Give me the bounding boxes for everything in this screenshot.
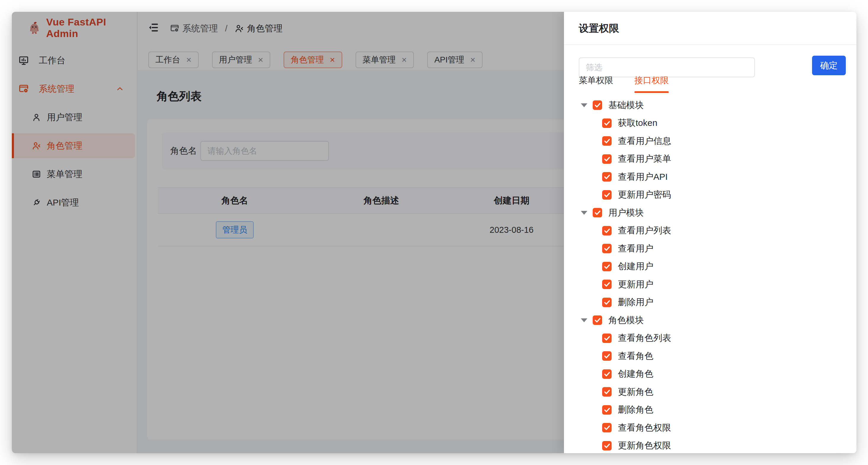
- tree-node-label[interactable]: 查看用户列表: [618, 222, 671, 240]
- checkbox-checked[interactable]: [602, 298, 612, 307]
- tree-node-group: 用户模块: [579, 204, 850, 222]
- checkbox-checked[interactable]: [602, 244, 612, 253]
- tree-node-label[interactable]: 获取token: [618, 114, 657, 133]
- tree-node-leaf: 删除用户: [579, 293, 850, 312]
- tree-node-leaf: 查看角色列表: [579, 329, 850, 347]
- tree-node-label[interactable]: 用户模块: [608, 204, 644, 222]
- screen: Vue FastAPI Admin 工作台 系统管理 用户管理: [0, 0, 868, 465]
- checkbox-checked[interactable]: [602, 136, 612, 146]
- permission-tabs: 菜单权限 接口权限: [579, 75, 669, 91]
- tree-node-leaf: 查看用户菜单: [579, 150, 850, 168]
- tree-node-group: 基础模块: [579, 96, 850, 114]
- tree-node-label[interactable]: 查看用户API: [618, 168, 668, 186]
- checkbox-checked[interactable]: [602, 154, 612, 164]
- drawer-title: 设置权限: [579, 12, 619, 45]
- checkbox-checked[interactable]: [593, 100, 602, 110]
- drawer-overlay-mask[interactable]: [12, 12, 564, 453]
- tree-node-leaf: 查看用户API: [579, 168, 850, 186]
- tree-node-leaf: 更新用户密码: [579, 186, 850, 204]
- permission-tree: 基础模块 获取token 查看用户信息 查看用户菜单 查看用户API: [579, 96, 850, 453]
- permission-filter-input[interactable]: [579, 57, 755, 77]
- tree-node-leaf: 获取token: [579, 114, 850, 133]
- checkbox-checked[interactable]: [602, 190, 612, 200]
- tree-node-leaf: 更新角色: [579, 383, 850, 401]
- checkbox-checked[interactable]: [593, 315, 602, 325]
- tree-node-leaf: 更新角色权限: [579, 437, 850, 454]
- confirm-button[interactable]: 确定: [812, 56, 846, 75]
- tree-node-label[interactable]: 查看角色: [618, 347, 653, 365]
- set-permissions-drawer: 设置权限 确定 菜单权限 接口权限 基础模块 获取token: [564, 12, 857, 453]
- tree-node-label[interactable]: 查看用户: [618, 240, 653, 258]
- tree-node-label[interactable]: 创建用户: [618, 258, 653, 276]
- app-window: Vue FastAPI Admin 工作台 系统管理 用户管理: [12, 12, 857, 453]
- drawer-header: 设置权限: [564, 12, 857, 45]
- tree-node-group: 角色模块: [579, 311, 850, 329]
- checkbox-checked[interactable]: [602, 387, 612, 397]
- checkbox-checked[interactable]: [602, 351, 612, 361]
- tree-node-leaf: 创建用户: [579, 258, 850, 276]
- checkbox-checked[interactable]: [602, 441, 612, 451]
- tree-node-leaf: 更新用户: [579, 275, 850, 293]
- tree-node-label[interactable]: 角色模块: [608, 311, 644, 329]
- checkbox-checked[interactable]: [602, 423, 612, 432]
- tree-expand-arrow-icon[interactable]: [581, 104, 587, 107]
- checkbox-checked[interactable]: [602, 369, 612, 379]
- tree-node-leaf: 删除角色: [579, 401, 850, 419]
- tree-node-leaf: 查看用户信息: [579, 132, 850, 150]
- checkbox-checked[interactable]: [602, 226, 612, 235]
- tree-node-label[interactable]: 更新角色权限: [618, 437, 671, 454]
- tree-node-leaf: 查看角色权限: [579, 419, 850, 437]
- tree-expand-arrow-icon[interactable]: [581, 318, 587, 322]
- tree-node-label[interactable]: 更新角色: [618, 383, 653, 401]
- tree-node-leaf: 查看用户列表: [579, 222, 850, 240]
- checkbox-checked[interactable]: [602, 262, 612, 271]
- checkbox-checked[interactable]: [602, 118, 612, 128]
- tab-menu-permissions[interactable]: 菜单权限: [579, 75, 613, 91]
- tree-node-label[interactable]: 查看角色列表: [618, 329, 671, 347]
- tree-node-label[interactable]: 查看角色权限: [618, 419, 671, 437]
- tree-node-label[interactable]: 创建角色: [618, 365, 653, 383]
- tree-node-label[interactable]: 删除用户: [618, 293, 653, 312]
- tree-node-label[interactable]: 基础模块: [608, 96, 644, 114]
- tree-node-label[interactable]: 删除角色: [618, 401, 653, 419]
- tree-node-leaf: 创建角色: [579, 365, 850, 383]
- tree-node-label[interactable]: 查看用户菜单: [618, 150, 671, 168]
- checkbox-checked[interactable]: [602, 333, 612, 343]
- checkbox-checked[interactable]: [602, 172, 612, 181]
- tree-node-label[interactable]: 查看用户信息: [618, 132, 671, 150]
- tree-node-label[interactable]: 更新用户密码: [618, 186, 671, 204]
- checkbox-checked[interactable]: [602, 280, 612, 289]
- checkbox-checked[interactable]: [593, 208, 602, 217]
- checkbox-checked[interactable]: [602, 405, 612, 415]
- tree-expand-arrow-icon[interactable]: [581, 211, 587, 215]
- tree-node-leaf: 查看用户: [579, 240, 850, 258]
- tree-node-leaf: 查看角色: [579, 347, 850, 365]
- tree-node-label[interactable]: 更新用户: [618, 275, 653, 293]
- tab-api-permissions[interactable]: 接口权限: [634, 75, 669, 91]
